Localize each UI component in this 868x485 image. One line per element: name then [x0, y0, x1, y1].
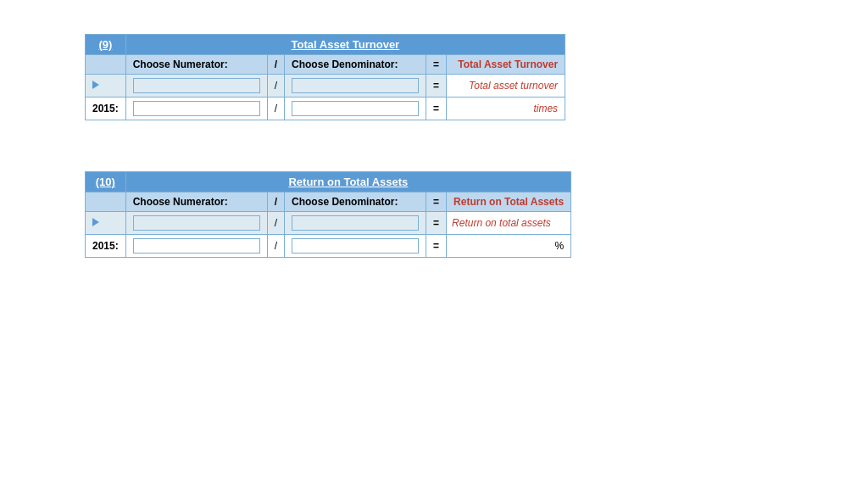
table2-number: (10)	[86, 172, 126, 192]
table1-col1-header: Choose Numerator:	[125, 55, 267, 75]
table2-equals-header: =	[426, 192, 447, 212]
table1-denominator-input-row2[interactable]	[292, 101, 419, 116]
table2-col3-header: Return on Total Assets	[447, 192, 571, 212]
table2-numerator-input-row1[interactable]	[133, 215, 260, 231]
table2-slash-row2: /	[267, 235, 284, 258]
page-container: (9) Total Asset Turnover Choose Numerato…	[0, 0, 868, 292]
table1-numerator-input-row1[interactable]	[133, 78, 260, 93]
table1-equals-row1: =	[426, 75, 447, 98]
table1-row1-triangle	[92, 81, 99, 89]
table1-equals-header: =	[426, 55, 447, 75]
table1-col3-header: Total Asset Turnover	[447, 55, 565, 75]
table2-equals-row2: =	[426, 235, 447, 258]
table-return-on-total-assets: (10) Return on Total Assets Choose Numer…	[85, 171, 571, 258]
table2-year-label: 2015:	[86, 235, 126, 258]
table2-row1-triangle	[92, 218, 99, 226]
table2-slash-row1: /	[267, 212, 284, 235]
table1-title: Total Asset Turnover	[292, 38, 400, 51]
table1-result-unit-row2: times	[533, 103, 558, 114]
table2-title: Return on Total Assets	[288, 176, 408, 188]
table1-slash-row2: /	[267, 98, 284, 120]
table2-denominator-input-row1[interactable]	[292, 215, 419, 231]
table1-number: (9)	[86, 35, 126, 55]
table2-result-unit-row2: %	[554, 240, 564, 252]
table1-col2-header: Choose Denominator:	[285, 55, 426, 75]
table1-slash-row1: /	[267, 75, 284, 98]
table1-year-label: 2015:	[86, 98, 126, 120]
table1-denominator-input-row1[interactable]	[292, 78, 419, 93]
table2-equals-row1: =	[426, 212, 447, 235]
table-total-asset-turnover: (9) Total Asset Turnover Choose Numerato…	[85, 34, 565, 120]
table2-denominator-input-row2[interactable]	[292, 238, 419, 254]
table2-numerator-input-row2[interactable]	[133, 238, 260, 254]
table1-equals-row2: =	[426, 98, 447, 120]
table1-slash-header: /	[267, 55, 284, 75]
table1-numerator-input-row2[interactable]	[133, 101, 260, 116]
table2-slash-header: /	[267, 192, 284, 212]
table2-col1-header: Choose Numerator:	[125, 192, 267, 212]
table2-col2-header: Choose Denominator:	[285, 192, 426, 212]
table1-result-row1: Total asset turnover	[447, 75, 565, 98]
table2-result-row1: Return on total assets	[447, 212, 571, 235]
